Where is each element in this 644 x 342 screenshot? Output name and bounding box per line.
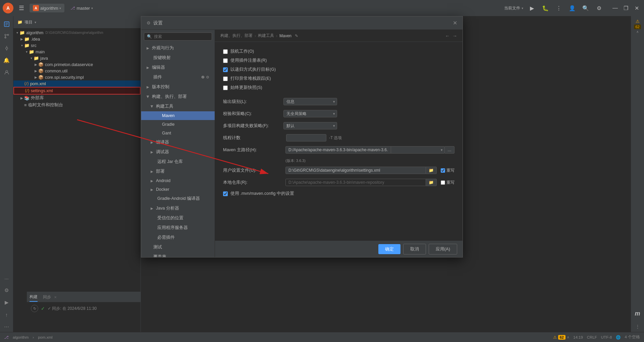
sync-refresh-button[interactable]: ↻ [31, 305, 38, 312]
sidebar-run-widget-button[interactable]: ▶ [1, 297, 12, 308]
nav-item-test[interactable]: 测试 [141, 242, 215, 252]
tree-item-external-libs[interactable]: ▶ 📚 外部库 [13, 95, 141, 102]
sidebar-branch-button[interactable] [1, 43, 12, 54]
breadcrumb-forward-button[interactable]: → [452, 33, 457, 39]
nav-item-editor[interactable]: ▶ 编辑器 [141, 63, 215, 72]
user-button[interactable]: 👤 [568, 3, 577, 13]
status-indent[interactable]: 4 个空格 [625, 335, 640, 340]
nav-item-compiler[interactable]: ▶ 编译器 [141, 137, 215, 147]
output-level-select[interactable]: 信息 调试 警告 错误 [283, 98, 337, 105]
user-settings-browse-button[interactable]: 📁 [426, 167, 437, 174]
checkbox-update-input[interactable] [223, 86, 228, 90]
tree-item-src[interactable]: ▾ 📁 src [13, 42, 141, 49]
current-file-button[interactable]: 当前文件 ▾ [504, 5, 523, 11]
user-settings-rewrite-checkbox[interactable] [441, 168, 445, 173]
tree-item-core-spi[interactable]: ▶ 📦 core.spi.security.impl [13, 74, 141, 80]
sidebar-plugin-button[interactable]: ⚙ [1, 285, 12, 296]
checkbox-stack-input[interactable] [223, 76, 228, 81]
menu-button[interactable]: ☰ [16, 3, 27, 13]
maximize-button[interactable]: ❐ [621, 3, 631, 13]
tree-item-settings-xml[interactable]: ▶ ⟨/⟩ settings.xml [13, 87, 141, 95]
search-button[interactable]: 🔍 [581, 3, 590, 13]
nav-item-gradle-android[interactable]: Gradle-Android 编译器 [141, 194, 215, 204]
status-line-col[interactable]: 14:19 [573, 335, 583, 339]
tree-item-common-util[interactable]: ▶ 📦 common.util [13, 68, 141, 74]
checkbox-stack-label[interactable]: 打印异常堆栈跟踪(E) [230, 76, 271, 81]
checkbox-offline-label[interactable]: 脱机工作(O) [230, 49, 254, 54]
sidebar-project-button[interactable] [1, 19, 12, 30]
nav-item-coverage[interactable]: 覆盖率 [141, 252, 215, 257]
tree-item-main[interactable]: ▾ 📁 main [13, 49, 141, 55]
tree-item-algorithm[interactable]: ▾ 📁 algorithm D:\Git\GRCM\GS\dataengine\… [13, 30, 141, 36]
nav-item-maven[interactable]: Maven [141, 111, 215, 120]
user-settings-rewrite-label[interactable]: 重写 [446, 168, 454, 173]
checksum-select[interactable]: 无全局策略 警告 失败 [283, 110, 337, 117]
nav-item-android[interactable]: ▶ Android [141, 176, 215, 185]
ok-button[interactable]: 确定 [378, 244, 400, 254]
local-repo-rewrite-checkbox[interactable] [441, 180, 445, 185]
multi-build-select[interactable]: 默认 最后失败 即刻失败 [283, 122, 337, 129]
local-repo-rewrite-label[interactable]: 重写 [446, 180, 454, 185]
nav-item-build-tools[interactable]: ▶ 构建工具 [141, 102, 215, 111]
maven-home-select[interactable] [391, 146, 445, 154]
nav-item-java-profiler[interactable]: ▶ Java 分析器 [141, 204, 215, 213]
nav-item-debugger[interactable]: ▶ 调试器 [141, 147, 215, 157]
maven-home-input[interactable] [285, 146, 391, 154]
sidebar-bottom-more[interactable]: ⋯ [1, 321, 12, 332]
tab-sync[interactable]: 同步 ✕ [43, 293, 57, 301]
nav-item-build[interactable]: ▶ 构建、执行、部署 [141, 92, 215, 102]
warning-status[interactable]: ⚠ 62 ∧ [553, 335, 569, 340]
file-tree-content[interactable]: ▾ 📁 algorithm D:\Git\GRCM\GS\dataengine\… [13, 28, 141, 302]
thread-count-input[interactable] [286, 134, 326, 141]
status-file[interactable]: pom.xml [38, 335, 52, 339]
checkbox-recursive-label[interactable]: 以递归方式执行目标(G) [230, 67, 276, 72]
nav-item-plugins[interactable]: 插件 ❷ ⚙ [141, 72, 215, 82]
tree-item-idea[interactable]: ▶ 📁 .idea [13, 36, 141, 42]
nav-item-remote-jar[interactable]: 远程 Jar 仓库 [141, 157, 215, 167]
project-selector[interactable]: A algorithm ▾ [30, 4, 64, 12]
sidebar-git-button[interactable] [1, 31, 12, 42]
m-icon[interactable]: m [632, 307, 643, 320]
tab-build[interactable]: 构建 [30, 293, 38, 302]
checkbox-recursive-input[interactable] [223, 67, 228, 72]
status-encoding[interactable]: UTF-8 [601, 335, 612, 339]
maven-home-browse-button[interactable]: … [445, 146, 454, 154]
branch-selector[interactable]: ⎇ master ▾ [67, 4, 96, 12]
right-more-button[interactable]: ⋮ [633, 321, 643, 332]
debug-button[interactable]: 🐛 [541, 3, 550, 13]
checkbox-offline-input[interactable] [223, 49, 228, 54]
checkbox-plugin-input[interactable] [223, 58, 228, 63]
cancel-button[interactable]: 取消 [403, 244, 426, 254]
settings-button[interactable]: ⚙ [594, 3, 604, 13]
nav-item-trusted[interactable]: 受信任的位置 [141, 213, 215, 223]
dialog-close-button[interactable]: ✕ [453, 20, 457, 26]
local-repo-input[interactable] [285, 179, 426, 186]
breadcrumb-back-button[interactable]: ← [445, 33, 450, 39]
settings-search-input[interactable] [154, 34, 209, 39]
nav-item-gant[interactable]: Gant [141, 129, 215, 137]
run-button[interactable]: ▶ [527, 3, 537, 13]
sidebar-notification-button[interactable]: 🔔 [1, 55, 12, 66]
more-actions-button[interactable]: ⋮ [554, 3, 564, 13]
nav-item-docker[interactable]: ▶ Docker [141, 185, 215, 194]
nav-item-keymap[interactable]: 按键映射 [141, 53, 215, 63]
status-branch[interactable]: algorithm [13, 335, 29, 339]
close-button[interactable]: ✕ [632, 3, 641, 13]
apply-button[interactable]: 应用(A) [429, 244, 457, 254]
warning-badge-area[interactable]: ⚠ 62 ∧ [634, 19, 641, 34]
nav-item-deploy[interactable]: ▶ 部署 [141, 167, 215, 176]
tree-item-java[interactable]: ▾ 📁 java [13, 55, 141, 61]
sidebar-git-push-button[interactable]: ↑ [1, 309, 12, 320]
nav-item-gradle[interactable]: Gradle [141, 120, 215, 129]
tree-item-temp[interactable]: ▶ ≡ 临时文件和控制台 [13, 102, 141, 109]
use-mvn-config-checkbox[interactable] [223, 191, 228, 196]
nav-item-required-plugins[interactable]: 必需插件 [141, 233, 215, 242]
tree-item-com-primeton[interactable]: ▶ 📦 com.primeton.dataservice [13, 61, 141, 68]
minimize-button[interactable]: — [610, 3, 620, 13]
use-mvn-config-label[interactable]: 使用 .mvn/maven.config 中的设置 [230, 191, 294, 196]
local-repo-browse-button[interactable]: 📁 [426, 179, 437, 186]
user-settings-input[interactable] [285, 167, 426, 174]
nav-item-vcs[interactable]: ▶ 版本控制 [141, 82, 215, 92]
checkbox-plugin-label[interactable]: 使用插件注册表(R) [230, 58, 267, 63]
tree-item-pom-xml[interactable]: ▶ ⟨/⟩ pom.xml [13, 80, 141, 87]
